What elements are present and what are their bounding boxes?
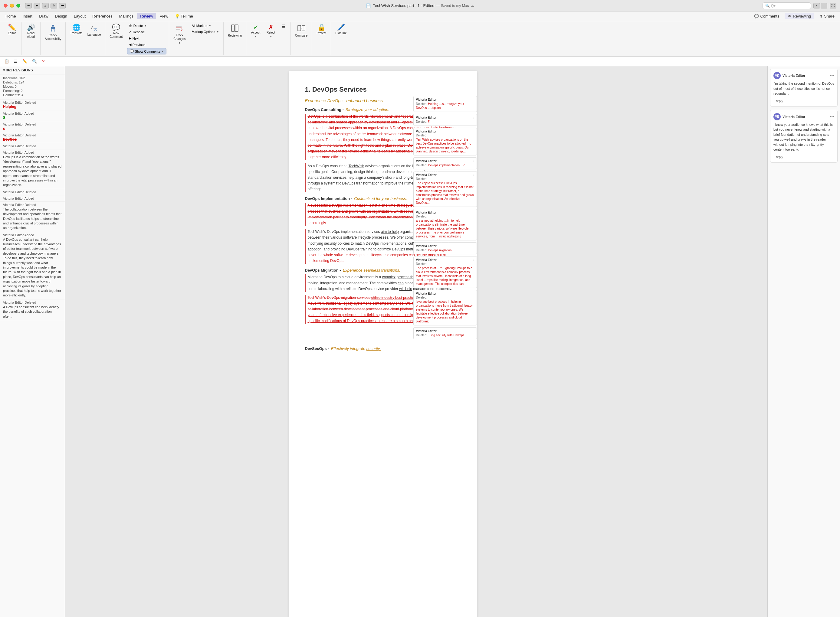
delete-label: Delete — [133, 24, 143, 28]
resolve-label: Resolve — [133, 30, 145, 34]
all-markup-button[interactable]: All Markup ▼ — [190, 23, 221, 28]
next-comment-button[interactable]: ▶ Next — [127, 35, 167, 41]
translate-icon: 🌐 — [72, 24, 80, 31]
comments-btn[interactable]: 💬 Comments — [751, 13, 782, 19]
section-heading-devsecops: DevSecOps - Effectively integrate securi… — [305, 346, 461, 351]
nav-back[interactable]: ‹ — [813, 3, 820, 9]
toolbar-list-btn[interactable]: ☰ — [12, 58, 19, 64]
markup-options-label: Markup Options — [192, 30, 215, 34]
home-button[interactable]: ⌂ — [42, 3, 49, 9]
hide-ink-button[interactable]: 🖊️ Hide Ink — [333, 23, 348, 36]
change-label-7: Deleted: Devops migration — [416, 248, 474, 252]
change-arrow-5[interactable]: ↓ — [473, 173, 475, 177]
change-arrow-8[interactable]: ↓ — [473, 258, 475, 261]
changes-sidebar: Victoria Editor Deleted: Helping …s…rate… — [413, 71, 477, 341]
comment-reply-1[interactable]: Reply — [773, 99, 834, 103]
reject-button[interactable]: ✗ Reject ▼ — [264, 23, 278, 39]
doc-area[interactable]: 1. DevOps Services Experience DevOps - e… — [65, 66, 768, 617]
nav-forward[interactable]: › — [821, 3, 827, 9]
change-bubble-2: Victoria Editor Deleted: ¶ ↓ — [413, 114, 477, 126]
share-btn[interactable]: ⬆ Share — [816, 13, 838, 19]
svg-point-0 — [52, 25, 54, 27]
change-bubble-4: Victoria Editor Deleted: Devops implemen… — [413, 157, 477, 169]
toolbar-doc-btn[interactable]: 📋 — [2, 58, 11, 64]
menu-design[interactable]: Design — [52, 13, 70, 19]
collapse-icon[interactable]: ▾ — [3, 68, 5, 72]
menu-mailings[interactable]: Mailings — [116, 13, 137, 19]
check-accessibility-button[interactable]: CheckAccessibility — [43, 23, 63, 42]
show-comments-button[interactable]: 💬 Show Comments ▼ — [127, 48, 167, 55]
markup-options-button[interactable]: Markup Options ▼ — [190, 29, 221, 34]
track-changes-button[interactable]: TrackChanges ▼ — [172, 23, 187, 46]
previous-button[interactable]: ◀ Previous — [127, 42, 167, 47]
read-aloud-label: ReadAloud — [27, 31, 35, 39]
change-arrow-4[interactable]: ↓ — [473, 159, 475, 163]
more-button[interactable]: ••• — [59, 3, 66, 9]
language-button[interactable]: A 文 Language — [86, 23, 103, 38]
accept-extra-button[interactable]: ☰ — [279, 23, 288, 30]
revisions-header: ▾ 361 REVISIONS — [0, 66, 65, 74]
protect-button[interactable]: 🔒 Protect — [314, 23, 328, 36]
new-comment-icon: 💬 — [112, 24, 120, 31]
menu-tell-me[interactable]: 💡 Tell me — [172, 13, 196, 19]
back-button[interactable]: ⬅ — [25, 3, 32, 9]
comment-more-2[interactable]: ••• — [830, 114, 834, 119]
section-heading-italic: Strategize your adoption. — [346, 107, 389, 112]
compare-button[interactable]: Compare — [293, 23, 309, 39]
reviewing-pane-button[interactable]: Reviewing — [226, 23, 244, 39]
forward-button[interactable]: ⬅ — [34, 3, 40, 9]
menu-layout[interactable]: Layout — [71, 13, 89, 19]
change-author-8: Victoria Editor — [416, 258, 474, 261]
accept-label: Accept — [251, 31, 260, 34]
editor-button[interactable]: ✏️ Editor — [5, 23, 19, 36]
change-arrow-2[interactable]: ↓ — [473, 116, 475, 119]
resolve-button[interactable]: ✓ Resolve — [127, 29, 167, 35]
revision-item: Victoria Editor Deleted s — [0, 121, 65, 132]
search-box[interactable]: 🔍 Q▾ — [763, 2, 811, 9]
ribbon-group-accessibility: CheckAccessibility — [41, 22, 66, 55]
compare-label: Compare — [295, 34, 308, 37]
menu-insert[interactable]: Insert — [20, 13, 36, 19]
deletions-stat: Deletions: 194 — [3, 80, 62, 84]
comments-panel: VE Victoria Editor ••• I'm taking the se… — [768, 66, 840, 617]
ribbon-group-speech: 🔊 ReadAloud — [21, 22, 41, 55]
all-markup-dropdown-icon: ▼ — [209, 24, 211, 27]
minimize-button[interactable] — [10, 4, 14, 7]
hide-ink-icon: 🖊️ — [337, 24, 345, 31]
refresh-button[interactable]: ↻ — [50, 3, 57, 9]
read-aloud-button[interactable]: 🔊 ReadAloud — [24, 23, 38, 40]
maximize-button[interactable] — [16, 4, 20, 7]
close-button[interactable] — [4, 4, 7, 7]
translate-button[interactable]: 🌐 Translate — [68, 23, 84, 36]
ribbon-buttons-tracking: TrackChanges ▼ All Markup ▼ Markup Optio… — [172, 23, 221, 55]
reviewing-btn[interactable]: 👁 Reviewing — [785, 13, 814, 19]
comment-avatar-1: VE — [773, 72, 781, 79]
comment-more-1[interactable]: ••• — [830, 73, 834, 78]
comment-reply-2[interactable]: Reply — [773, 155, 834, 159]
menu-draw[interactable]: Draw — [36, 13, 51, 19]
menu-home[interactable]: Home — [2, 13, 19, 19]
previous-icon: ◀ — [129, 43, 131, 47]
resolve-icon: ✓ — [129, 30, 132, 34]
toolbar-pen-btn[interactable]: ✏️ — [21, 58, 29, 64]
insertions-stat: Insertions: 162 — [3, 76, 62, 80]
change-bubble-1: Victoria Editor Deleted: Helping …s…rate… — [413, 96, 477, 112]
delete-button[interactable]: 🗑 Delete ▼ — [127, 23, 167, 28]
revision-item: Victoria Editor Deleted DevOps — [0, 132, 65, 143]
fullscreen-button[interactable]: ⛶ — [830, 3, 836, 9]
new-comment-button[interactable]: 💬 NewComment — [108, 23, 124, 40]
read-aloud-icon: 🔊 — [27, 24, 35, 31]
ribbon-group-tracking: TrackChanges ▼ All Markup ▼ Markup Optio… — [169, 22, 223, 55]
show-comments-label: Show Comments — [135, 50, 160, 53]
toolbar-search-btn[interactable]: 🔍 — [30, 58, 39, 64]
menu-references[interactable]: References — [89, 13, 115, 19]
ribbon-buttons-reviewing: Reviewing — [226, 23, 244, 55]
change-bubble-8: Victoria Editor Deleted: The process of…… — [413, 256, 477, 288]
accept-button[interactable]: ✓ Accept ▼ — [249, 23, 263, 39]
compare-icon — [297, 24, 305, 33]
change-author-5: Victoria Editor — [416, 173, 474, 177]
menu-review[interactable]: Review — [137, 13, 156, 19]
toolbar-close-btn[interactable]: ✕ — [40, 58, 47, 64]
menu-view[interactable]: View — [157, 13, 171, 19]
change-author-4: Victoria Editor — [416, 159, 474, 163]
